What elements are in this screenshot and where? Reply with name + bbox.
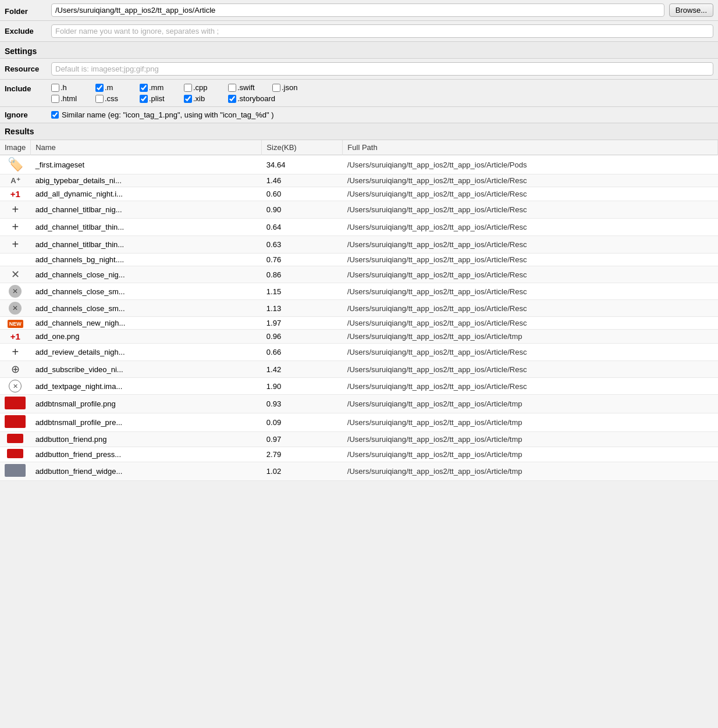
table-row[interactable]: A⁺abig_typebar_details_ni...1.46/Users/s… [0, 174, 718, 187]
table-row[interactable]: addbutton_friend_press...2.79/Users/suru… [0, 447, 718, 462]
label-storyboard[interactable]: .storyboard [237, 94, 275, 103]
checkbox-css[interactable] [95, 95, 104, 103]
size-cell: 1.15 [262, 283, 343, 300]
path-cell: /Users/suruiqiang/tt_app_ios2/tt_app_ios… [343, 201, 718, 219]
image-thumbnail: NEW [8, 320, 23, 328]
name-cell: addbutton_friend_press... [31, 447, 262, 462]
size-cell: 0.64 [262, 219, 343, 236]
table-row[interactable]: addbtnsmall_profile_pre...0.09/Users/sur… [0, 413, 718, 432]
table-row[interactable]: +1add_one.png0.96/Users/suruiqiang/tt_ap… [0, 330, 718, 344]
browse-button[interactable]: Browse... [669, 3, 713, 17]
path-cell: /Users/suruiqiang/tt_app_ios2/tt_app_ios… [343, 254, 718, 266]
label-plist[interactable]: .plist [149, 94, 165, 103]
name-cell: add_all_dynamic_night.i... [31, 187, 262, 201]
path-cell: /Users/suruiqiang/tt_app_ios2/tt_app_ios… [343, 462, 718, 481]
checkbox-swift[interactable] [228, 84, 236, 92]
label-css[interactable]: .css [105, 94, 118, 103]
cb-item-xib: .xib [184, 94, 225, 103]
table-row[interactable]: ✕add_textpage_night.ima...1.90/Users/sur… [0, 378, 718, 395]
table-row[interactable]: ⊕add_subscribe_video_ni...1.42/Users/sur… [0, 361, 718, 378]
table-row[interactable]: +add_channel_titlbar_nig...0.90/Users/su… [0, 201, 718, 219]
label-json[interactable]: .json [282, 83, 297, 92]
exclude-row: Exclude [0, 21, 718, 42]
exclude-value [51, 24, 713, 38]
folder-path-input[interactable] [51, 3, 664, 17]
path-cell: /Users/suruiqiang/tt_app_ios2/tt_app_ios… [343, 395, 718, 413]
name-cell: add_one.png [31, 330, 262, 344]
checkbox-m[interactable] [95, 84, 104, 92]
checkbox-mm[interactable] [140, 84, 148, 92]
ignore-text[interactable]: Similar name (eg: "icon_tag_1.png", usin… [62, 110, 274, 119]
size-cell: 0.63 [262, 236, 343, 254]
path-cell: /Users/suruiqiang/tt_app_ios2/tt_app_ios… [343, 317, 718, 330]
exclude-input[interactable] [51, 24, 713, 38]
table-row[interactable]: ✕add_channels_close_sm...1.15/Users/suru… [0, 283, 718, 300]
path-cell: /Users/suruiqiang/tt_app_ios2/tt_app_ios… [343, 413, 718, 432]
label-xib[interactable]: .xib [193, 94, 205, 103]
name-cell: add_channels_new_nigh... [31, 317, 262, 330]
table-row[interactable]: addbutton_friend.png0.97/Users/suruiqian… [0, 432, 718, 447]
resource-input[interactable] [51, 62, 713, 76]
label-m[interactable]: .m [105, 83, 113, 92]
table-header-row: Image Name Size(KB) Full Path [0, 140, 718, 155]
size-cell: 1.42 [262, 361, 343, 378]
image-cell [0, 462, 31, 481]
path-cell: /Users/suruiqiang/tt_app_ios2/tt_app_ios… [343, 187, 718, 201]
checkbox-cpp[interactable] [184, 84, 192, 92]
checkbox-ignore[interactable] [51, 111, 59, 119]
cb-item-plist: .plist [140, 94, 180, 103]
table-row[interactable]: 🏷️_first.imageset34.64/Users/suruiqiang/… [0, 155, 718, 174]
table-row[interactable]: addbtnsmall_profile.png0.93/Users/suruiq… [0, 395, 718, 413]
checkbox-plist[interactable] [140, 95, 148, 103]
folder-row: Folder Browse... [0, 0, 718, 21]
size-cell: 0.90 [262, 201, 343, 219]
label-swift[interactable]: .swift [237, 83, 255, 92]
name-cell: add_subscribe_video_ni... [31, 361, 262, 378]
size-cell: 1.46 [262, 174, 343, 187]
checkbox-storyboard[interactable] [228, 95, 236, 103]
label-html[interactable]: .html [61, 94, 77, 103]
path-cell: /Users/suruiqiang/tt_app_ios2/tt_app_ios… [343, 330, 718, 344]
size-cell: 0.96 [262, 330, 343, 344]
image-thumbnail [5, 464, 26, 477]
label-mm[interactable]: .mm [149, 83, 163, 92]
size-cell: 1.90 [262, 378, 343, 395]
image-cell: ✕ [0, 283, 31, 300]
table-row[interactable]: add_channels_bg_night....0.76/Users/suru… [0, 254, 718, 266]
checkbox-html[interactable] [51, 95, 59, 103]
image-thumbnail: 🏷️ [8, 157, 23, 172]
ignore-label: Ignore [5, 110, 51, 119]
path-cell: /Users/suruiqiang/tt_app_ios2/tt_app_ios… [343, 378, 718, 395]
table-row[interactable]: ✕add_channels_close_nig...0.86/Users/sur… [0, 266, 718, 283]
include-top: Include .h .m .mm .cpp [5, 83, 713, 94]
image-thumbnail: ✕ [9, 302, 22, 315]
size-cell: 2.79 [262, 447, 343, 462]
image-thumbnail: A⁺ [10, 176, 20, 185]
label-h[interactable]: .h [61, 83, 67, 92]
table-row[interactable]: ✕add_channels_close_sm...1.13/Users/suru… [0, 300, 718, 317]
image-cell: + [0, 344, 31, 361]
col-path: Full Path [343, 140, 718, 155]
cb-item-storyboard: .storyboard [228, 94, 275, 103]
name-cell: add_channel_titlbar_thin... [31, 219, 262, 236]
checkbox-h[interactable] [51, 84, 59, 92]
checkbox-json[interactable] [272, 84, 280, 92]
include-row: Include .h .m .mm .cpp [0, 80, 718, 107]
image-thumbnail: + [12, 345, 19, 358]
col-size: Size(KB) [262, 140, 343, 155]
cb-item-swift: .swift [228, 83, 269, 92]
table-row[interactable]: +add_channel_titlbar_thin...0.63/Users/s… [0, 236, 718, 254]
table-row[interactable]: +add_review_details_nigh...0.66/Users/su… [0, 344, 718, 361]
checkbox-xib[interactable] [184, 95, 192, 103]
table-row[interactable]: +1add_all_dynamic_night.i...0.60/Users/s… [0, 187, 718, 201]
table-row[interactable]: +add_channel_titlbar_thin...0.64/Users/s… [0, 219, 718, 236]
name-cell: addbtnsmall_profile_pre... [31, 413, 262, 432]
label-cpp[interactable]: .cpp [193, 83, 208, 92]
path-cell: /Users/suruiqiang/tt_app_ios2/tt_app_ios… [343, 300, 718, 317]
cb-item-css: .css [95, 94, 136, 103]
image-thumbnail: + [12, 203, 19, 216]
table-row[interactable]: addbutton_friend_widge...1.02/Users/suru… [0, 462, 718, 481]
size-cell: 1.13 [262, 300, 343, 317]
path-cell: /Users/suruiqiang/tt_app_ios2/tt_app_ios… [343, 432, 718, 447]
table-row[interactable]: NEWadd_channels_new_nigh...1.97/Users/su… [0, 317, 718, 330]
